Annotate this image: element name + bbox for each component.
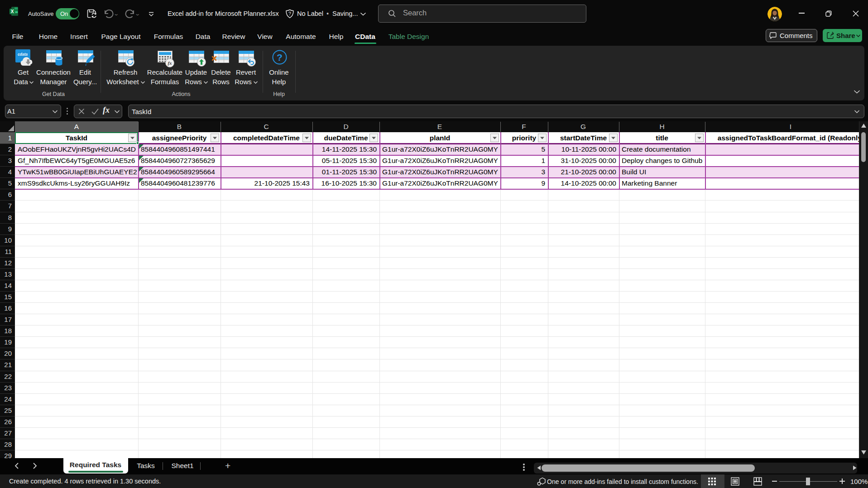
svg-text:cdata: cdata	[18, 52, 28, 57]
svg-text:fx: fx	[168, 60, 172, 66]
svg-text:?: ?	[288, 11, 291, 16]
svg-text:X: X	[11, 9, 14, 14]
svg-text:?: ?	[277, 52, 283, 62]
